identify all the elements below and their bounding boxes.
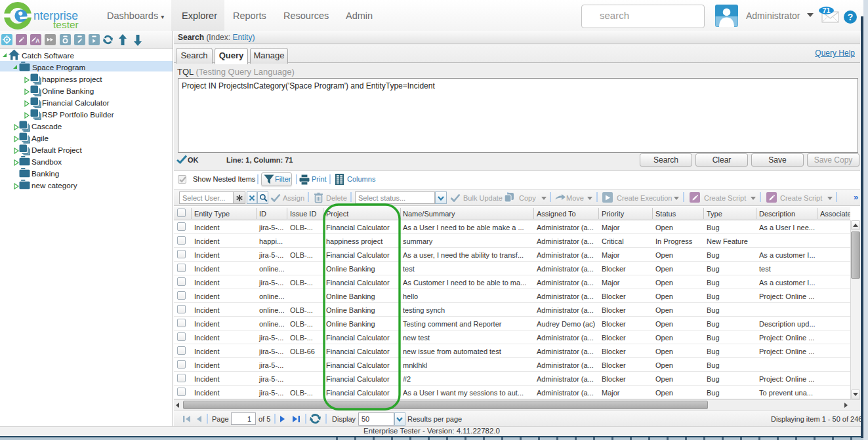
svg-text:A: A — [35, 37, 39, 44]
svg-text:71: 71 — [822, 7, 830, 14]
svg-text:tester: tester — [53, 19, 79, 30]
